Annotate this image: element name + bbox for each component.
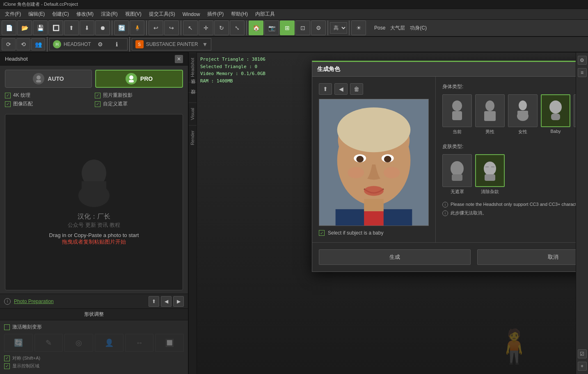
menu-edit[interactable]: 编辑(E) [25,10,48,18]
quality-select[interactable]: 高 [330,22,347,34]
menu-submit[interactable]: 提交工具(S) [146,10,178,18]
body-type-neutral[interactable]: 中性 [574,94,576,135]
sym-mode-btn[interactable]: ⟲ [16,38,30,50]
right-layers-btn[interactable]: ≡ [578,68,587,77]
menu-render[interactable]: 渲染(R) [98,10,121,18]
head-silhouette-icon [73,159,114,208]
redo-btn[interactable]: ↪ [164,21,179,35]
headshot-logo: H [53,40,61,48]
right-panel: ⚙ ≡ ☑ + [576,52,588,374]
refresh-btn[interactable]: 🔄 [114,21,129,35]
label-rephoto: 照片重新投影 [103,92,133,99]
menu-create[interactable]: 创建(C) [49,10,72,18]
prep-next-btn[interactable]: ▶ [173,296,184,307]
svg-point-10 [337,107,411,152]
figure-btn[interactable]: 🧍 [130,21,144,35]
menu-view[interactable]: 视图(V) [122,10,145,18]
tab-render[interactable]: Render [189,125,197,150]
sun-btn[interactable]: ☀ [351,21,366,35]
shape-btn-3[interactable]: ◎ [64,334,93,352]
checkbox-4k[interactable] [5,93,11,98]
rotate-mode-btn[interactable]: ⟳ [2,38,16,50]
sep5 [327,21,328,35]
shape-btn-4[interactable]: 👤 [95,334,124,352]
shape-btn-1[interactable]: 🔄 [4,334,33,352]
shape-btn-5[interactable]: ↔ [125,334,154,352]
drop-zone[interactable]: 汉化：厂长 公众号 更新 资讯 教程 Drag in or Copy-Paste… [5,114,183,290]
skin-type-grid: 无遮罩 [442,154,576,195]
body-type-male[interactable]: 男性 [475,94,505,135]
save-btn[interactable]: 💾 [33,21,48,35]
undo-btn[interactable]: ↩ [149,21,163,35]
photo-prev-btn[interactable]: ◀ [334,83,348,95]
view-btn[interactable]: ⊞ [280,21,295,35]
substance-plugin[interactable]: S SUBSTANCE PAINTER ▼ [132,38,212,50]
headshot-close-btn[interactable]: ✕ [175,55,183,63]
photo-prep-link[interactable]: Photo Preparation [14,299,54,304]
group-btn[interactable]: 👥 [31,38,45,50]
cancel-btn[interactable]: 取消 [477,249,576,265]
import-btn[interactable]: 🔳 [48,21,63,35]
baby-checkbox-row: Select if subject is a baby [319,230,429,236]
svg-point-34 [484,162,496,176]
notice-text-1: Please note the Headshot only support CC… [451,201,576,208]
cam-btn[interactable]: 📷 [264,21,279,35]
record-btn[interactable]: ⏺ [95,21,110,35]
checkbox-custommask[interactable] [95,101,101,107]
shape-btn-2[interactable]: ✎ [34,334,63,352]
auto-mode-btn[interactable]: AUTO [5,70,92,88]
generate-btn[interactable]: 生成 [319,249,471,265]
export2-btn[interactable]: ⬇ [80,21,94,35]
prep-prev-btn[interactable]: ◀ [161,296,172,307]
home-btn[interactable]: 🏠 [249,21,263,35]
shape-btn-6[interactable]: 🔲 [155,334,184,352]
svg-point-16 [348,167,364,178]
headshot-info[interactable]: ℹ [110,38,124,50]
photo-delete-btn[interactable]: 🗑 [350,83,363,95]
skin-type-nomask[interactable]: 无遮罩 [442,154,472,195]
body-type-female[interactable]: 女性 [508,94,538,135]
headshot-plugin[interactable]: H HEADSHOT ⚙ ℹ [49,38,128,50]
frame-btn[interactable]: ⊡ [295,21,310,35]
sep1 [112,21,112,35]
menu-help[interactable]: 帮助(H) [228,10,251,18]
menu-window[interactable]: Window [179,11,204,18]
open-btn[interactable]: 📂 [17,21,32,35]
move-btn[interactable]: ✛ [199,21,213,35]
substance-dropdown[interactable]: ▼ [202,41,208,48]
headshot-settings[interactable]: ⚙ [94,38,108,50]
menu-internal[interactable]: 内部工具 [252,10,278,18]
sym-checkbox[interactable] [4,356,10,361]
scale-btn[interactable]: ⤡ [230,21,245,35]
photo-export-btn[interactable]: ⬆ [319,83,332,95]
checkbox-rephoto[interactable] [95,93,101,98]
menu-plugins[interactable]: 插件(P) [204,10,227,18]
pro-mode-btn[interactable]: PRO [95,70,183,88]
new-btn[interactable]: 📄 [2,21,16,35]
tab-shape[interactable]: 形状 [189,82,197,92]
tab-headshot[interactable]: Headshot [189,52,197,82]
tab-visual[interactable]: Visual [189,103,197,125]
notice-1: i Please note the Headshot only support … [442,201,576,208]
body-type-baby[interactable]: Baby [541,94,570,135]
svg-rect-19 [364,209,384,226]
body-type-current[interactable]: 当前 [442,94,472,135]
light-btn[interactable]: ⚙ [311,21,326,35]
right-settings-btn[interactable]: ⚙ [578,56,587,65]
auto-label: AUTO [48,75,64,82]
right-check-btn[interactable]: ☑ [578,349,587,358]
rotate-btn[interactable]: ↻ [214,21,229,35]
skin-type-clearwrinkle[interactable]: 清除杂款 [475,154,505,195]
prep-upload-btn[interactable]: ⬆ [149,296,159,307]
sculpt-checkbox[interactable] [4,324,10,330]
ctrl-checkbox[interactable] [4,363,10,369]
baby-checkbox[interactable] [319,230,325,236]
right-add-btn[interactable]: + [578,362,587,371]
tab-texture[interactable]: 纹理 [189,92,197,103]
checkbox-imgmatch[interactable] [5,101,11,107]
shape-adj-title: 形状调整 [84,311,104,318]
menu-file[interactable]: 文件(F) [2,10,24,18]
menu-modify[interactable]: 修改(M) [73,10,97,18]
export-btn[interactable]: ⬆ [64,21,79,35]
select-btn[interactable]: ↖ [183,21,198,35]
